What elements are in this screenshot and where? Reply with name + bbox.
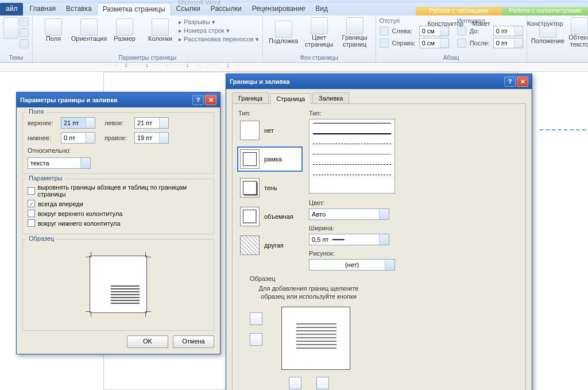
close-button[interactable]: ✕ <box>205 95 216 105</box>
group-page-bg: Фон страницы <box>266 55 372 62</box>
tab-hf-design[interactable]: Конструктор <box>527 20 563 27</box>
tab-review[interactable]: Рецензирование <box>247 3 311 16</box>
help-button[interactable]: ? <box>504 76 516 87</box>
tab-page-layout[interactable]: Разметка страницы <box>97 3 171 16</box>
context-headerfooter-tools: Работа с колонтитулами Конструктор <box>502 7 588 16</box>
border-box-icon <box>240 149 260 169</box>
watermark-icon <box>275 21 292 38</box>
relative-to-combo[interactable]: текста <box>28 157 91 169</box>
tab-view[interactable]: Вид <box>310 3 333 16</box>
art-label: Рисунок: <box>309 250 409 257</box>
help-button[interactable]: ? <box>192 95 204 105</box>
size-button[interactable]: Размер <box>107 17 142 43</box>
setting-none[interactable]: нет <box>238 119 301 142</box>
chk-align-borders[interactable]: выровнять границы абзацев и таблиц по гр… <box>28 184 209 198</box>
color-label: Цвет: <box>309 199 409 206</box>
columns-button[interactable]: Колонки <box>143 17 177 43</box>
close-button[interactable]: ✕ <box>517 76 528 87</box>
setting-shadow[interactable]: тень <box>238 176 301 199</box>
breaks-button[interactable]: ▸ Разрывы ▾ <box>179 18 259 26</box>
width-combo[interactable]: 0,5 пт ━━━ <box>309 234 389 245</box>
margins-button[interactable]: Поля <box>36 17 71 43</box>
chk-surround-header[interactable]: вокруг верхнего колонтитула <box>28 210 209 217</box>
size-icon <box>116 18 133 36</box>
tab-border[interactable]: Граница <box>232 92 269 103</box>
orientation-icon <box>80 18 98 36</box>
bottom-margin-spinner[interactable]: 0 пт <box>61 132 95 144</box>
dialog-title: Параметры границы и заливки <box>20 96 118 103</box>
context-table-tools: Работа с таблицами Конструктор Макет <box>416 7 502 16</box>
page-color-icon <box>311 17 328 34</box>
preview-bottom-button[interactable] <box>250 333 262 346</box>
ribbon-tabs: айл Главная Вставка Разметка страницы Сс… <box>0 3 588 16</box>
width-label: Ширина: <box>309 225 409 231</box>
setting-label: Тип: <box>238 110 301 117</box>
preview-label: Образец <box>250 275 368 282</box>
preview-left-button[interactable] <box>289 377 301 389</box>
preview-right-button[interactable] <box>316 377 329 389</box>
theme-effects-icon[interactable] <box>20 39 29 48</box>
color-combo[interactable]: Авто <box>309 208 389 220</box>
spacing-before-icon <box>457 26 466 36</box>
group-fields: Поля <box>26 108 46 115</box>
spacing-before-spinner[interactable]: 0 пт <box>493 26 523 36</box>
preview-page <box>90 256 147 313</box>
chk-surround-footer[interactable]: вокруг нижнего колонтитула <box>28 219 209 227</box>
tab-insert[interactable]: Вставка <box>61 3 97 16</box>
horizontal-ruler: · 2 · 1 · · · 1 · · · 1 · <box>0 63 588 72</box>
tab-shading[interactable]: Заливка <box>312 92 349 103</box>
style-label: Тип: <box>309 110 409 117</box>
setting-box[interactable]: рамка <box>238 148 301 171</box>
right-margin-spinner[interactable]: 19 пт <box>134 132 169 144</box>
chk-always-in-front[interactable]: ✓всегда впереди <box>28 200 209 207</box>
dialog-borders-and-shading: Границы и заливка ? ✕ Граница Страница З… <box>226 74 532 390</box>
top-margin-label: верхнее: <box>28 119 57 126</box>
tab-table-layout[interactable]: Макет <box>472 20 490 27</box>
hyphenation-button[interactable]: ▸ Расстановка переносов ▾ <box>179 36 259 43</box>
group-page-setup: Параметры страницы <box>36 55 259 62</box>
dialog-tabs: Граница Страница Заливка <box>226 89 532 103</box>
style-listbox[interactable] <box>309 119 395 194</box>
header-footer-guide <box>540 129 586 130</box>
page-borders-button[interactable]: Границы страниц <box>338 17 372 48</box>
orientation-button[interactable]: Ориентация <box>72 17 106 43</box>
setting-3d[interactable]: объемная <box>238 205 301 228</box>
art-combo[interactable]: (нет) <box>309 259 395 271</box>
file-tab[interactable]: айл <box>0 3 23 16</box>
group-paragraph: Абзац <box>380 55 523 62</box>
indent-right-icon <box>380 38 389 48</box>
preview-top-button[interactable] <box>250 312 262 325</box>
dialog-title: Границы и заливка <box>230 78 290 85</box>
spacing-after-spinner[interactable]: 0 пт <box>493 38 523 48</box>
top-margin-spinner[interactable]: 21 пт <box>61 117 95 129</box>
left-margin-label: левое: <box>105 119 131 126</box>
preview-hint: Для добавления границ щелкните образец и… <box>250 284 368 301</box>
theme-fonts-icon[interactable] <box>20 28 29 37</box>
watermark-button[interactable]: Подложка <box>266 17 301 48</box>
group-parameters: Параметры <box>26 175 65 182</box>
margins-icon <box>45 18 62 36</box>
right-margin-label: правое: <box>105 134 131 141</box>
preview-page <box>281 307 350 370</box>
border-shadow-icon <box>240 178 260 198</box>
tab-page[interactable]: Страница <box>270 93 311 104</box>
border-3d-icon <box>240 207 260 226</box>
line-numbers-button[interactable]: ▸ Номера строк ▾ <box>179 27 259 34</box>
page-color-button[interactable]: Цвет страницы <box>302 17 336 48</box>
group-themes: Темы <box>3 55 29 62</box>
border-custom-icon <box>240 235 260 255</box>
tab-home[interactable]: Главная <box>24 3 61 16</box>
indent-left-icon <box>380 26 389 36</box>
indent-right-spinner[interactable]: 0 см <box>419 38 449 48</box>
theme-colors-icon[interactable] <box>20 17 29 26</box>
columns-icon <box>152 18 169 36</box>
indent-left-spinner[interactable]: 0 см <box>419 26 449 36</box>
cancel-button[interactable]: Отмена <box>173 335 214 348</box>
group-preview: Образец <box>26 235 56 242</box>
app-title: Microsoft Word <box>178 0 220 6</box>
relative-to-label: Относительно: <box>28 147 71 154</box>
themes-icon[interactable] <box>3 17 18 39</box>
setting-custom[interactable]: другая <box>238 234 301 257</box>
left-margin-spinner[interactable]: 21 пт <box>134 117 169 129</box>
ok-button[interactable]: OK <box>127 335 168 348</box>
